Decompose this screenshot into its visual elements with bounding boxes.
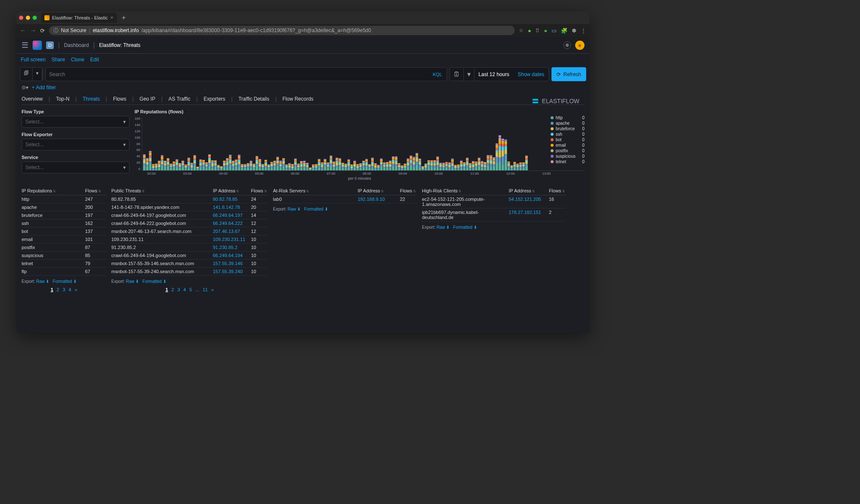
legend-item[interactable]: apache0 <box>551 121 584 126</box>
refresh-button[interactable]: ⟳ Refresh <box>551 67 586 81</box>
col-header[interactable]: Flows⇅ <box>549 188 566 193</box>
page-link[interactable]: 1 <box>51 287 53 292</box>
page-link[interactable]: 3 <box>177 287 180 292</box>
window-close[interactable] <box>19 16 23 20</box>
ip-link[interactable]: 66.249.64.222 <box>213 221 243 226</box>
col-header[interactable]: IP Address⇅ <box>213 188 251 193</box>
kql-toggle[interactable]: KQL <box>429 72 447 77</box>
ext-icon[interactable]: ✽ <box>572 27 576 34</box>
close-icon[interactable]: × <box>110 15 113 21</box>
col-header[interactable]: IP Address⇅ <box>358 188 400 193</box>
page-link[interactable]: 11 <box>203 287 208 292</box>
time-range[interactable]: Last 12 hours <box>474 69 514 80</box>
filter-select-service[interactable]: Select...▾ <box>22 162 130 173</box>
search-input[interactable]: KQL <box>45 67 447 81</box>
page-link[interactable]: 1 <box>165 287 168 292</box>
col-header[interactable]: IP Address⇅ <box>509 188 549 193</box>
col-header[interactable]: Flows⇅ <box>251 188 268 193</box>
col-header[interactable]: Flows⇅ <box>85 188 106 193</box>
tab-geo-ip[interactable]: Geo IP <box>140 96 155 102</box>
ext-icon[interactable]: ● <box>528 27 531 34</box>
export-formatted[interactable]: Formatted ⬇ <box>53 279 77 284</box>
star-icon[interactable]: ☆ <box>519 27 524 33</box>
back-button[interactable]: ← <box>20 27 26 34</box>
search-field[interactable] <box>46 69 429 80</box>
export-formatted[interactable]: Formatted ⬇ <box>453 225 477 230</box>
tab-top-n[interactable]: Top-N <box>56 96 69 102</box>
filter-select-flow-type[interactable]: Select...▾ <box>22 116 130 128</box>
page-link[interactable]: 2 <box>171 287 174 292</box>
legend-item[interactable]: telnet0 <box>551 159 584 164</box>
export-raw[interactable]: Raw ⬇ <box>126 279 139 284</box>
legend-item[interactable]: ssh0 <box>551 131 584 137</box>
new-tab-button[interactable]: + <box>119 14 129 22</box>
legend-item[interactable]: http0 <box>551 115 584 121</box>
tab-overview[interactable]: Overview <box>22 96 43 102</box>
tab-flows[interactable]: Flows <box>113 96 126 102</box>
col-header[interactable]: At-Risk Servers⇅ <box>273 188 358 193</box>
tab-exporters[interactable]: Exporters <box>204 96 225 102</box>
tab-threats[interactable]: Threats <box>83 96 100 102</box>
share-button[interactable]: Share <box>52 57 65 63</box>
ip-link[interactable]: 80.82.78.85 <box>213 197 237 202</box>
nav-toggle-button[interactable]: ☰ <box>22 41 28 50</box>
window-max[interactable] <box>33 16 37 20</box>
col-header[interactable]: Public Threats⇅ <box>111 188 213 193</box>
col-header[interactable]: IP Reputations⇅ <box>22 188 85 193</box>
menu-icon[interactable]: ⋮ <box>581 27 586 34</box>
col-header[interactable]: High-Risk Clients⇅ <box>422 188 509 193</box>
export-raw[interactable]: Raw ⬇ <box>36 279 49 284</box>
ip-link[interactable]: 91.230.85.2 <box>213 245 237 250</box>
full-screen-button[interactable]: Full screen <box>21 57 46 63</box>
page-link[interactable]: 4 <box>183 287 186 292</box>
ip-link[interactable]: 141.8.142.78 <box>213 205 240 210</box>
page-link[interactable]: ... <box>196 287 199 292</box>
tab-traffic-details[interactable]: Traffic Details <box>238 96 269 102</box>
export-raw[interactable]: Raw ⬇ <box>287 207 300 211</box>
breadcrumb-dashboard[interactable]: Dashboard <box>64 42 89 48</box>
extensions-icon[interactable]: 🧩 <box>561 27 568 34</box>
tab-as-traffic[interactable]: AS Traffic <box>168 96 190 102</box>
ip-link[interactable]: 157.55.39.240 <box>213 269 243 274</box>
window-min[interactable] <box>26 16 30 20</box>
show-dates-button[interactable]: Show dates <box>513 71 549 77</box>
ext-icon[interactable]: ● <box>544 27 547 34</box>
ip-link[interactable]: 178.27.182.151 <box>509 210 541 215</box>
export-formatted[interactable]: Formatted ⬇ <box>304 207 328 211</box>
ip-link[interactable]: 207.46.13.67 <box>213 229 240 234</box>
page-link[interactable]: 2 <box>57 287 59 292</box>
user-avatar[interactable]: e <box>575 41 584 50</box>
legend-item[interactable]: bruteforce0 <box>551 126 584 131</box>
ext-icon[interactable]: ▭ <box>551 27 557 34</box>
ip-link[interactable]: 54.152.121.205 <box>509 197 541 202</box>
clone-button[interactable]: Clone <box>71 57 84 63</box>
tab-flow-records[interactable]: Flow Records <box>282 96 313 102</box>
legend-item[interactable]: bot0 <box>551 137 584 142</box>
export-raw[interactable]: Raw ⬇ <box>436 225 449 230</box>
browser-tab[interactable]: Elastiflow: Threats - Elastic × <box>41 13 117 23</box>
space-badge[interactable]: D <box>46 41 54 49</box>
ip-link[interactable]: 66.249.64.197 <box>213 213 243 218</box>
add-filter-button[interactable]: + Add filter <box>32 85 56 90</box>
page-link[interactable]: 5 <box>189 287 192 292</box>
calendar-icon[interactable]: 🗓 <box>450 68 464 81</box>
legend-item[interactable]: postfix0 <box>551 148 584 153</box>
ip-link[interactable]: 109.230.231.11 <box>213 237 245 242</box>
export-formatted[interactable]: Formatted ⬇ <box>143 279 166 284</box>
calendar-chevron-icon[interactable]: ▾ <box>464 68 474 81</box>
ip-link[interactable]: 66.249.64.194 <box>213 253 243 258</box>
newsfeed-icon[interactable]: ⊚ <box>563 41 571 49</box>
legend-item[interactable]: suspicious0 <box>551 153 584 159</box>
page-link[interactable]: 3 <box>63 287 65 292</box>
page-link[interactable]: » <box>74 287 77 292</box>
filter-select-flow-exporter[interactable]: Select...▾ <box>22 139 130 151</box>
ip-link[interactable]: 157.55.39.146 <box>213 261 243 266</box>
col-header[interactable]: Flows⇅ <box>400 188 417 193</box>
kibana-logo-icon[interactable] <box>33 41 42 50</box>
saved-query-button[interactable]: 🗐 <box>20 68 33 81</box>
ext-icon[interactable]: ⠿ <box>535 27 540 34</box>
reload-button[interactable]: ⟳ <box>40 27 45 34</box>
forward-button[interactable]: → <box>30 27 36 34</box>
edit-button[interactable]: Edit <box>90 57 99 63</box>
ip-link[interactable]: 192.168.9.10 <box>358 197 385 202</box>
